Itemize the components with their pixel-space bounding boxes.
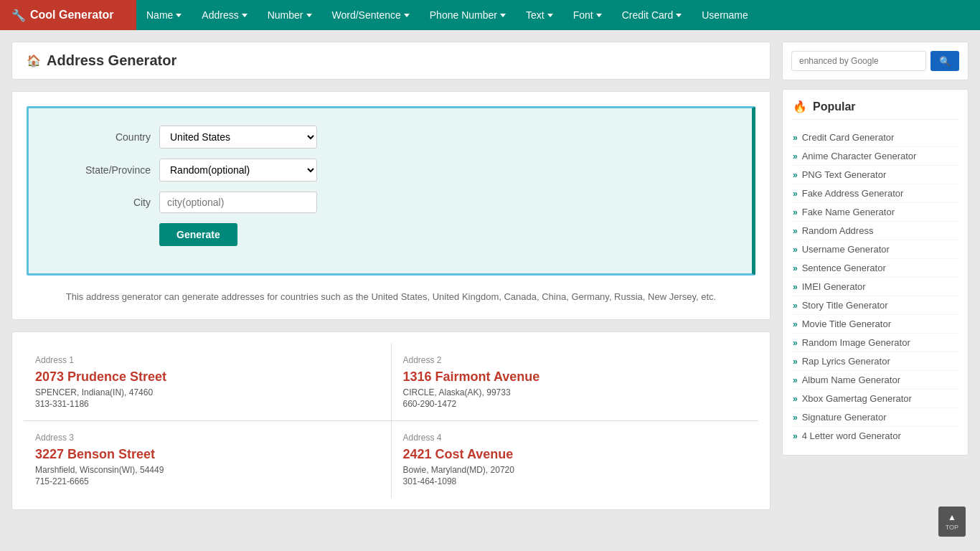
popular-item-label: Movie Title Generator <box>802 319 891 329</box>
dropdown-caret-icon <box>242 14 248 17</box>
chevron-right-icon: » <box>793 413 798 423</box>
dropdown-caret-icon <box>500 14 506 17</box>
popular-title: 🔥 Popular <box>793 100 958 120</box>
popular-list-item[interactable]: »Random Image Generator <box>793 334 958 352</box>
popular-item-label: Album Name Generator <box>802 375 900 385</box>
city-label: City <box>57 197 151 208</box>
address-city: Marshfield, Wisconsin(WI), 54449 <box>35 465 380 475</box>
popular-item-label: Fake Address Generator <box>802 188 904 199</box>
popular-list-item[interactable]: »Credit Card Generator <box>793 128 958 147</box>
nav-items: NameAddressNumberWord/SentencePhone Numb… <box>136 0 758 30</box>
generate-row: Generate <box>57 223 723 246</box>
chevron-right-icon: » <box>793 394 798 404</box>
chevron-right-icon: » <box>793 375 798 385</box>
popular-list-item[interactable]: »Movie Title Generator <box>793 315 958 334</box>
address-phone: 660-290-1472 <box>403 399 748 409</box>
chevron-right-icon: » <box>793 245 798 255</box>
chevron-right-icon: » <box>793 338 798 348</box>
popular-item-label: Anime Character Generator <box>802 151 917 161</box>
nav-label: Credit Card <box>622 9 674 21</box>
nav-item-username[interactable]: Username <box>692 0 758 30</box>
nav-label: Username <box>702 9 748 21</box>
nav-item-text[interactable]: Text <box>516 0 563 30</box>
address-city: CIRCLE, Alaska(AK), 99733 <box>403 387 748 397</box>
state-select[interactable]: Random(optional)AlabamaAlaskaArizonaCali… <box>159 159 317 182</box>
dropdown-caret-icon <box>547 14 553 17</box>
popular-list-item[interactable]: »Album Name Generator <box>793 371 958 390</box>
popular-list-item[interactable]: »PNG Text Generator <box>793 166 958 184</box>
nav-label: Phone Number <box>430 9 497 21</box>
chevron-right-icon: » <box>793 226 798 236</box>
dropdown-caret-icon <box>176 14 182 17</box>
country-select[interactable]: United StatesUnited KingdomCanadaChinaGe… <box>159 126 317 149</box>
generate-button[interactable]: Generate <box>159 223 237 246</box>
chevron-right-icon: » <box>793 151 798 161</box>
navbar: 🔧 Cool Generator NameAddressNumberWord/S… <box>0 0 980 30</box>
brand-logo[interactable]: 🔧 Cool Generator <box>0 0 136 30</box>
address-city: Bowie, Maryland(MD), 20720 <box>403 465 748 475</box>
chevron-right-icon: » <box>793 133 798 143</box>
address-card: Address 1 2073 Prudence Street SPENCER, … <box>24 344 391 420</box>
popular-item-label: Rap Lyrics Generator <box>802 356 890 367</box>
fire-icon: 🔥 <box>793 100 807 113</box>
address-label: Address 1 <box>35 355 380 365</box>
address-street: 1316 Fairmont Avenue <box>403 369 748 385</box>
dropdown-caret-icon <box>676 14 682 17</box>
popular-heading: Popular <box>813 100 856 113</box>
dropdown-caret-icon <box>404 14 410 17</box>
popular-item-label: Random Address <box>802 225 874 236</box>
nav-label: Address <box>202 9 238 21</box>
search-box: 🔍 <box>782 42 969 80</box>
popular-list-item[interactable]: »IMEI Generator <box>793 278 958 296</box>
state-label: State/Province <box>57 164 151 176</box>
nav-item-address[interactable]: Address <box>192 0 257 30</box>
nav-label: Word/Sentence <box>332 9 401 21</box>
content-area: 🏠 Address Generator Country United State… <box>11 42 771 510</box>
popular-item-label: Random Image Generator <box>802 337 910 348</box>
popular-item-label: Signature Generator <box>802 412 887 423</box>
popular-list-item[interactable]: »Fake Name Generator <box>793 203 958 222</box>
city-input[interactable] <box>159 192 317 213</box>
nav-item-credit-card[interactable]: Credit Card <box>612 0 692 30</box>
scroll-top-button[interactable]: ▲ TOP <box>938 507 966 522</box>
address-street: 2421 Cost Avenue <box>403 447 748 462</box>
nav-item-number[interactable]: Number <box>258 0 322 30</box>
nav-item-name[interactable]: Name <box>136 0 192 30</box>
popular-list-item[interactable]: »Signature Generator <box>793 408 958 427</box>
chevron-right-icon: » <box>793 319 798 329</box>
chevron-right-icon: » <box>793 431 798 441</box>
nav-label: Name <box>146 9 173 21</box>
popular-list-item[interactable]: »Random Address <box>793 222 958 240</box>
popular-box: 🔥 Popular »Credit Card Generator»Anime C… <box>782 89 969 456</box>
popular-item-label: Fake Name Generator <box>802 207 895 217</box>
sidebar: 🔍 🔥 Popular »Credit Card Generator»Anime… <box>782 42 969 510</box>
address-label: Address 3 <box>35 433 380 443</box>
search-button[interactable]: 🔍 <box>930 51 959 71</box>
popular-list-item[interactable]: »Anime Character Generator <box>793 147 958 166</box>
nav-label: Number <box>268 9 303 21</box>
popular-list-item[interactable]: »Story Title Generator <box>793 296 958 315</box>
address-phone: 301-464-1098 <box>403 476 748 486</box>
popular-list-item[interactable]: »Rap Lyrics Generator <box>793 352 958 371</box>
chevron-right-icon: » <box>793 263 798 273</box>
brand-name: Cool Generator <box>30 9 113 22</box>
nav-item-word/sentence[interactable]: Word/Sentence <box>322 0 420 30</box>
popular-list-item[interactable]: »4 Letter word Generator <box>793 427 958 445</box>
dropdown-caret-icon <box>306 14 312 17</box>
address-card: Address 3 3227 Benson Street Marshfield,… <box>24 421 391 498</box>
popular-item-label: Sentence Generator <box>802 263 886 273</box>
country-label: Country <box>57 131 151 143</box>
popular-item-label: PNG Text Generator <box>802 169 887 180</box>
nav-item-phone-number[interactable]: Phone Number <box>420 0 516 30</box>
page-title: Address Generator <box>47 52 176 69</box>
page-title-box: 🏠 Address Generator <box>11 42 771 80</box>
popular-list-item[interactable]: »Sentence Generator <box>793 259 958 278</box>
address-phone: 313-331-1186 <box>35 399 380 409</box>
nav-item-font[interactable]: Font <box>563 0 612 30</box>
search-input[interactable] <box>791 51 926 71</box>
wrench-icon: 🔧 <box>11 9 26 22</box>
city-row: City <box>57 192 723 213</box>
popular-list-item[interactable]: »Xbox Gamertag Generator <box>793 390 958 408</box>
popular-list-item[interactable]: »Fake Address Generator <box>793 184 958 203</box>
popular-list-item[interactable]: »Username Generator <box>793 240 958 259</box>
